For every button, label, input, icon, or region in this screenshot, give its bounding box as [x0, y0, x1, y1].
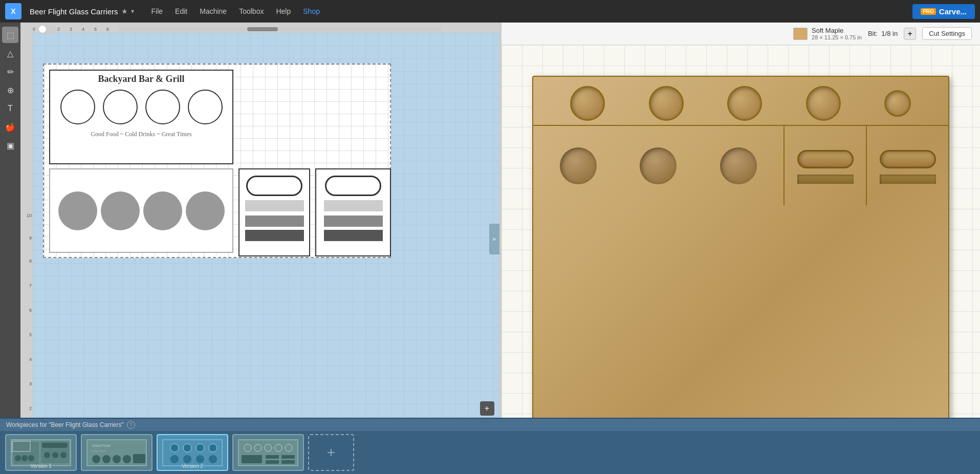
- nav-links: File Edit Machine Toolbox Help Shop: [146, 5, 325, 17]
- circle-2: [103, 90, 138, 124]
- move-tool-btn[interactable]: ⊕: [2, 82, 18, 98]
- panel-bottom-right-1[interactable]: [238, 168, 310, 256]
- main-layout: ⬚ △ ✏ ⊕ T 🍎 ▣ → 0 1 2 3 4 5 6 7 8 9 10 1…: [0, 23, 980, 474]
- 3d-circle-2: [649, 86, 684, 121]
- 3d-rect-bar-2: [880, 175, 936, 184]
- help-icon[interactable]: ?: [127, 421, 135, 429]
- svg-point-21: [183, 444, 191, 452]
- rect-bar-dark-1: [245, 216, 304, 227]
- panel-bottom-left[interactable]: [49, 168, 233, 253]
- nav-toolbox[interactable]: Toolbox: [234, 5, 269, 17]
- 3d-preview-canvas[interactable]: 0 3 6 9 12 15 18 21 24 27: [502, 45, 981, 448]
- svg-point-17: [123, 455, 131, 463]
- nav-edit[interactable]: Edit: [170, 5, 192, 17]
- svg-point-15: [102, 455, 111, 463]
- filled-circle-1: [58, 191, 97, 230]
- rounded-rect-2: [325, 176, 381, 196]
- svg-point-16: [113, 455, 121, 463]
- material-swatch: [793, 28, 808, 40]
- scroll-thumb: [247, 27, 278, 31]
- ruler-corner: [20, 23, 33, 33]
- thumb-3-svg: [162, 439, 223, 467]
- svg-point-20: [170, 444, 179, 452]
- svg-point-22: [196, 444, 204, 452]
- 3d-circle-1: [570, 86, 605, 121]
- filled-circles-row: [50, 169, 232, 252]
- material-name: Soft Maple: [812, 27, 862, 34]
- svg-rect-34: [242, 455, 262, 463]
- cut-settings-btn[interactable]: Cut Settings: [922, 27, 972, 40]
- toggle-knob: [39, 26, 46, 33]
- canvas-scrollbar[interactable]: [118, 27, 442, 31]
- 3d-circle-5: [884, 90, 911, 117]
- workpiece-thumb-4[interactable]: [232, 434, 304, 471]
- thumb-2-svg: Good Food ~ Cold Drinks ~: [86, 439, 147, 467]
- panel-title: Backyard Bar & Grill: [50, 71, 232, 85]
- 3d-filled-circle-3: [720, 147, 757, 184]
- box-tool-btn[interactable]: ▣: [2, 137, 18, 154]
- panel-bottom-right-2[interactable]: [315, 168, 391, 256]
- logo-icon: X: [11, 7, 15, 15]
- shape-tool-btn[interactable]: △: [2, 45, 18, 61]
- thumb-1-label: Version 1: [6, 463, 76, 469]
- svg-point-9: [52, 452, 58, 458]
- ruler-vertical: 0 1 2 3 4 5 6 7 8 9 10: [20, 33, 33, 464]
- add-bit-btn[interactable]: +: [904, 28, 916, 40]
- add-workpiece-btn[interactable]: +: [308, 434, 354, 471]
- workpiece-thumb-2[interactable]: Good Food ~ Cold Drinks ~: [81, 434, 153, 471]
- panel-top-design[interactable]: Backyard Bar & Grill Good Food ~ Cold Dr…: [49, 70, 233, 164]
- nav-machine[interactable]: Machine: [194, 5, 232, 17]
- select-tool-btn[interactable]: ⬚: [2, 27, 18, 43]
- workpiece-thumb-1[interactable]: Version 1: [5, 434, 77, 471]
- filled-circle-2: [101, 191, 140, 230]
- nav-help[interactable]: Help: [271, 5, 296, 17]
- svg-point-10: [60, 452, 67, 458]
- nav-file[interactable]: File: [146, 5, 168, 17]
- bit-info: Bit: 1/8 in: [868, 30, 898, 37]
- thumb-4-svg: [237, 439, 299, 467]
- zoom-in-btn[interactable]: +: [480, 401, 494, 416]
- bottom-right-1: [785, 126, 867, 205]
- workpiece-design[interactable]: Backyard Bar & Grill Good Food ~ Cold Dr…: [43, 63, 391, 258]
- bottom-section: [533, 126, 949, 205]
- carve-button[interactable]: PRO Carve...: [912, 4, 975, 19]
- svg-point-14: [92, 455, 100, 463]
- apple-tool-btn[interactable]: 🍎: [2, 119, 18, 135]
- collapse-panel-btn[interactable]: »: [489, 224, 499, 254]
- canvas-content: Backyard Bar & Grill Good Food ~ Cold Dr…: [33, 33, 499, 464]
- star-icon[interactable]: ★: [121, 7, 128, 15]
- svg-rect-18: [133, 454, 145, 463]
- thumb-1-svg: [10, 439, 72, 467]
- svg-text:~ Cold Drinks ~: ~ Cold Drinks ~: [90, 449, 108, 453]
- workpieces-bar: Workpieces for "Beer Flight Glass Carrie…: [0, 418, 980, 474]
- circle-3: [145, 90, 180, 124]
- svg-point-3: [15, 455, 21, 461]
- svg-point-27: [209, 455, 217, 463]
- bit-size: 1/8 in: [881, 30, 898, 37]
- svg-point-26: [196, 455, 204, 463]
- left-toolbar: ⬚ △ ✏ ⊕ T 🍎 ▣ →: [0, 23, 20, 474]
- circle-4: [188, 90, 223, 124]
- 3d-filled-circle-1: [560, 147, 597, 184]
- filled-circle-4: [186, 191, 225, 230]
- svg-text:Good Food: Good Food: [92, 444, 111, 447]
- svg-rect-7: [42, 443, 68, 448]
- bottom-right-2: [867, 126, 948, 205]
- svg-point-23: [209, 444, 217, 452]
- pro-badge: PRO: [921, 8, 936, 15]
- chevron-icon[interactable]: ▾: [131, 8, 134, 15]
- top-navigation: X Beer Flight Glass Carriers ★ ▾ File Ed…: [0, 0, 980, 23]
- thumb-3-label: Version 2: [158, 463, 227, 469]
- text-tool-btn[interactable]: T: [2, 100, 18, 117]
- project-title: Beer Flight Glass Carriers ★ ▾: [30, 7, 134, 16]
- workpiece-thumb-3[interactable]: Version 2: [157, 434, 228, 471]
- app-logo[interactable]: X: [5, 3, 21, 19]
- svg-point-25: [183, 455, 191, 463]
- 3d-rect-bar-1: [797, 175, 854, 184]
- unit-toggle[interactable]: [38, 25, 56, 34]
- svg-point-4: [21, 455, 28, 461]
- nav-shop[interactable]: Shop: [298, 5, 325, 17]
- canvas-area: 0 1 2 3 4 5 6 7 8 9 10 11 12 13 14 15 16…: [20, 23, 499, 474]
- rect-bar-darkest-2: [324, 230, 383, 241]
- pen-tool-btn[interactable]: ✏: [2, 63, 18, 80]
